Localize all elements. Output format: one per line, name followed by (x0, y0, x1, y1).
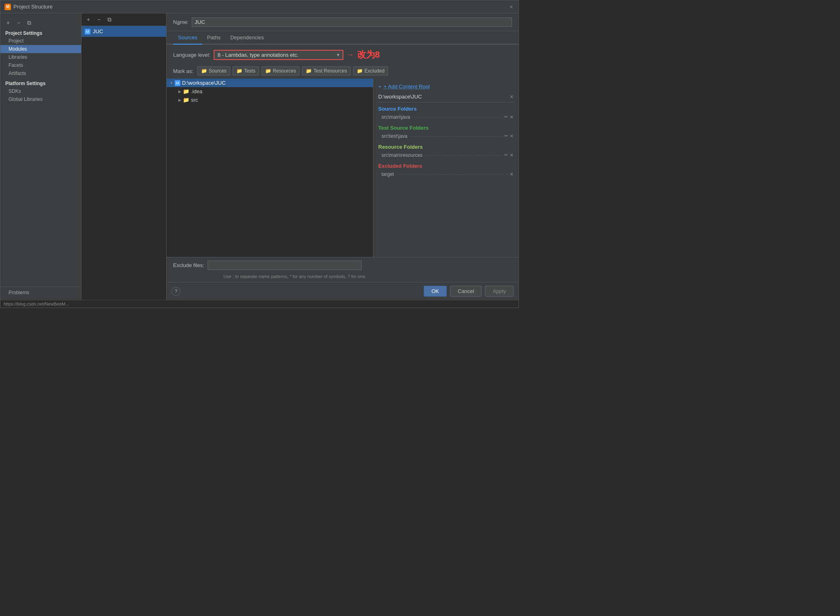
annotation-arrow: → (347, 51, 354, 59)
tabs-bar: Sources Paths Dependencies (167, 31, 519, 45)
mark-as-test-resources-button[interactable]: 📁 Test Resources (302, 66, 351, 75)
copy-module-item-button[interactable]: ⧉ (105, 15, 114, 24)
root-folder-icon: M (175, 80, 180, 86)
remove-source-folder-button[interactable]: ✕ (510, 114, 514, 120)
tree-item-root-label: D:\workspace\JUC (182, 80, 226, 86)
tree-item-idea[interactable]: ▶ 📁 .idea (167, 87, 373, 96)
mark-as-tests-button[interactable]: 📁 Tests (233, 66, 259, 75)
expand-icon-idea: ▶ (176, 90, 183, 94)
right-panel: Name: Sources Paths Dependencies Languag… (167, 13, 519, 300)
exclude-files-row: Exclude files: (167, 257, 519, 273)
sidebar-item-modules[interactable]: Modules (0, 45, 81, 53)
edit-resource-folder-button[interactable]: ✏ (504, 152, 508, 158)
test-source-folders-section: Test Source Folders src\test\java ✏ ✕ (378, 125, 514, 140)
sidebar-item-sdks[interactable]: SDKs (0, 87, 81, 95)
sidebar-item-problems[interactable]: Problems (0, 289, 81, 297)
sources-folder-icon: 📁 (201, 68, 207, 74)
excluded-folder-entry: target ✕ (378, 171, 514, 178)
app-icon: M (4, 4, 11, 10)
excluded-folder-icon: 📁 (357, 68, 363, 74)
sidebar-item-libraries[interactable]: Libraries (0, 53, 81, 61)
exclude-files-hint: Use ; to separate name patterns, * for a… (167, 273, 519, 282)
tree-item-root[interactable]: ▼ M D:\workspace\JUC (167, 79, 373, 87)
exclude-files-label: Exclude files: (173, 262, 204, 268)
module-name-input[interactable] (192, 17, 512, 27)
module-item-juc[interactable]: M JUC (81, 26, 166, 37)
sidebar-item-global-libraries[interactable]: Global Libraries (0, 95, 81, 103)
test-resources-folder-icon: 📁 (306, 68, 312, 74)
apply-button[interactable]: Apply (485, 286, 514, 297)
ok-button[interactable]: OK (424, 286, 447, 297)
source-folders-section: Source Folders src\main\java ✏ ✕ (378, 106, 514, 121)
add-content-root-button[interactable]: + + Add Content Root (378, 82, 514, 93)
title-bar: M Project Structure × (0, 0, 519, 13)
edit-source-folder-button[interactable]: ✏ (504, 114, 508, 120)
excluded-folder-path: target (381, 171, 394, 177)
resource-folder-path: src\main\resources (381, 152, 422, 158)
copy-module-button[interactable]: ⧉ (25, 18, 34, 27)
mark-as-resources-button[interactable]: 📁 Resources (261, 66, 300, 75)
status-url: https://blog.csdn.net/NewBeeM... (4, 302, 69, 306)
status-bar: https://blog.csdn.net/NewBeeM... (0, 300, 519, 308)
mark-as-label: Mark as: (173, 68, 193, 74)
tests-folder-icon: 📁 (236, 68, 242, 74)
platform-settings-header: Platform Settings (0, 77, 81, 87)
tab-sources[interactable]: Sources (173, 31, 202, 45)
remove-test-source-folder-button[interactable]: ✕ (510, 133, 514, 139)
resource-folders-section: Resource Folders src\main\resources ✏ ✕ (378, 144, 514, 159)
language-level-select[interactable]: 8 - Lambdas, type annotations etc. (214, 50, 343, 60)
remove-module-button[interactable]: − (14, 18, 23, 27)
content-root-path-text: D:\workspace\JUC (378, 94, 422, 100)
resource-folder-entry: src\main\resources ✏ ✕ (378, 152, 514, 159)
sidebar-item-facets[interactable]: Facets (0, 61, 81, 69)
sidebar-item-artifacts[interactable]: Artifacts (0, 69, 81, 77)
tree-item-src[interactable]: ▶ 📁 src (167, 96, 373, 104)
expand-icon-src: ▶ (176, 98, 183, 102)
tree-item-src-label: src (191, 97, 198, 103)
module-toolbar: + − ⧉ (81, 13, 166, 26)
tab-paths[interactable]: Paths (202, 31, 225, 45)
tree-panel: ▼ M D:\workspace\JUC ▶ 📁 .idea ▶ (167, 79, 519, 257)
edit-test-source-folder-button[interactable]: ✏ (504, 133, 508, 139)
source-folders-header: Source Folders (378, 106, 514, 112)
sidebar-item-project[interactable]: Project (0, 37, 81, 45)
test-source-folder-actions: ✏ ✕ (504, 133, 514, 139)
source-folder-line: src\main\java ✏ ✕ (381, 114, 514, 120)
mark-as-excluded-button[interactable]: 📁 Excluded (353, 66, 388, 75)
add-module-button[interactable]: + (4, 18, 13, 27)
cancel-button[interactable]: Cancel (450, 286, 482, 297)
resource-folders-header: Resource Folders (378, 144, 514, 150)
add-module-item-button[interactable]: + (84, 15, 93, 24)
module-icon: M (85, 29, 90, 34)
exclude-files-input[interactable] (208, 261, 362, 270)
title-bar-left: M Project Structure (4, 4, 53, 10)
close-button[interactable]: × (508, 4, 514, 10)
dashed-separator-4 (396, 174, 508, 175)
bottom-bar: ? OK Cancel Apply (167, 282, 519, 300)
source-folder-path: src\main\java (381, 114, 410, 120)
resource-folder-actions: ✏ ✕ (504, 152, 514, 158)
project-settings-header: Project Settings (0, 29, 81, 37)
mark-as-sources-button[interactable]: 📁 Sources (197, 66, 230, 75)
remove-resource-folder-button[interactable]: ✕ (510, 152, 514, 158)
remove-module-item-button[interactable]: − (94, 15, 103, 24)
resource-folder-line: src\main\resources ✏ ✕ (381, 152, 514, 158)
add-icon: + (378, 83, 381, 90)
help-button[interactable]: ? (171, 287, 180, 296)
module-list: + − ⧉ M JUC (81, 13, 167, 300)
src-folder-icon: 📁 (183, 97, 189, 103)
source-folder-entry: src\main\java ✏ ✕ (378, 113, 514, 121)
language-level-wrapper: 8 - Lambdas, type annotations etc. ▼ (214, 50, 343, 60)
test-source-folder-path: src\test\java (381, 133, 407, 139)
tab-dependencies[interactable]: Dependencies (225, 31, 269, 45)
dialog-title: Project Structure (13, 4, 53, 10)
mark-as-row: Mark as: 📁 Sources 📁 Tests 📁 Resources 📁… (167, 65, 519, 79)
dashed-separator-2 (409, 136, 503, 137)
test-source-folders-header: Test Source Folders (378, 125, 514, 131)
name-label: Name: (173, 19, 189, 25)
language-level-label: Language level: (173, 52, 210, 58)
remove-content-root-button[interactable]: ✕ (510, 94, 514, 100)
dashed-separator (412, 117, 503, 118)
main-content: + − ⧉ Project Settings Project Modules L… (0, 13, 519, 300)
remove-excluded-folder-button[interactable]: ✕ (510, 171, 514, 177)
